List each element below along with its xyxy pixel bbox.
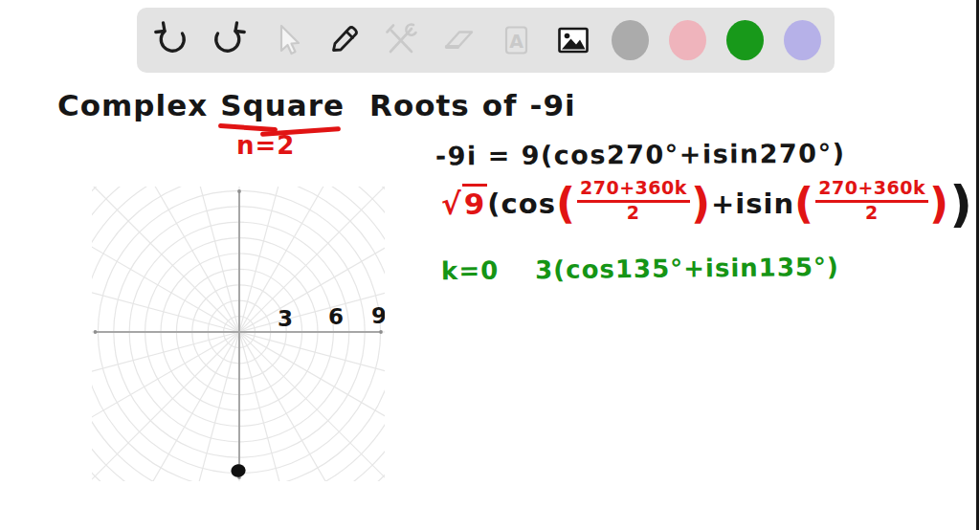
select-tool-button[interactable] <box>265 11 306 69</box>
pen-tool-button[interactable] <box>323 11 364 69</box>
axis-label-9: 9 <box>371 303 385 328</box>
color-swatch-lavender[interactable] <box>782 11 823 69</box>
plotted-point <box>231 463 247 478</box>
image-icon <box>554 21 592 59</box>
k-case: k=0 <box>441 256 499 286</box>
k0-result: 3(cos135°+isin135°) <box>535 253 839 284</box>
pencil-icon <box>324 21 363 59</box>
polar-grid: 3 6 9 <box>92 187 385 481</box>
redo-button[interactable] <box>208 11 249 69</box>
title-text: Complex Square Roots of -9i <box>57 88 589 122</box>
fraction-1: 270+360k 2 <box>577 179 690 223</box>
green-color-icon <box>726 20 764 60</box>
title-word: Roots <box>369 88 470 122</box>
eraser-icon <box>439 21 478 59</box>
text-icon: A <box>497 21 535 59</box>
text-tool-button[interactable]: A <box>495 11 536 69</box>
title-word: of <box>482 88 518 122</box>
paren: ) <box>949 183 973 225</box>
isin-term: +isin <box>711 188 794 220</box>
image-tool-button[interactable] <box>552 11 593 69</box>
formula-line-1: -9i = 9(cos270°+isin270°) <box>435 139 846 171</box>
axis-label-6: 6 <box>328 304 344 329</box>
cursor-icon <box>267 21 305 59</box>
color-swatch-green[interactable] <box>724 11 766 69</box>
fraction-2: 270+360k 2 <box>815 179 928 223</box>
right-edge-line <box>976 0 979 530</box>
svg-text:A: A <box>509 31 523 52</box>
title-word-square: Square <box>220 88 357 122</box>
eraser-tool-button[interactable] <box>437 11 479 69</box>
title-word: Complex <box>57 88 208 122</box>
color-swatch-pink[interactable] <box>667 11 708 69</box>
gray-color-icon <box>612 20 649 60</box>
paren: ( <box>794 185 814 223</box>
annotation-n2: n=2 <box>236 131 295 160</box>
tools-icon <box>382 21 420 59</box>
redo-icon <box>210 21 248 59</box>
paren: ( <box>556 185 576 223</box>
title-word: -9i <box>530 88 576 122</box>
formula-line-3: k=0 3(cos135°+isin135°) <box>441 253 839 285</box>
paren: ) <box>929 185 949 223</box>
toolbar: A <box>137 8 835 73</box>
axis-label-3: 3 <box>278 306 293 331</box>
formula-line-2: √9 (cos ( 270+360k 2 ) +isin ( 270+360k … <box>441 182 973 226</box>
undo-icon <box>152 21 190 59</box>
lavender-color-icon <box>784 20 821 60</box>
whiteboard-canvas[interactable]: A Complex Square Root <box>0 0 980 530</box>
undo-button[interactable] <box>150 11 191 69</box>
sqrt-term: √9 <box>441 187 487 221</box>
pink-color-icon <box>669 20 706 60</box>
cos-open: (cos <box>487 188 556 220</box>
paren: ) <box>691 185 711 223</box>
color-swatch-gray[interactable] <box>610 11 651 69</box>
shapes-tool-button[interactable] <box>380 11 421 69</box>
